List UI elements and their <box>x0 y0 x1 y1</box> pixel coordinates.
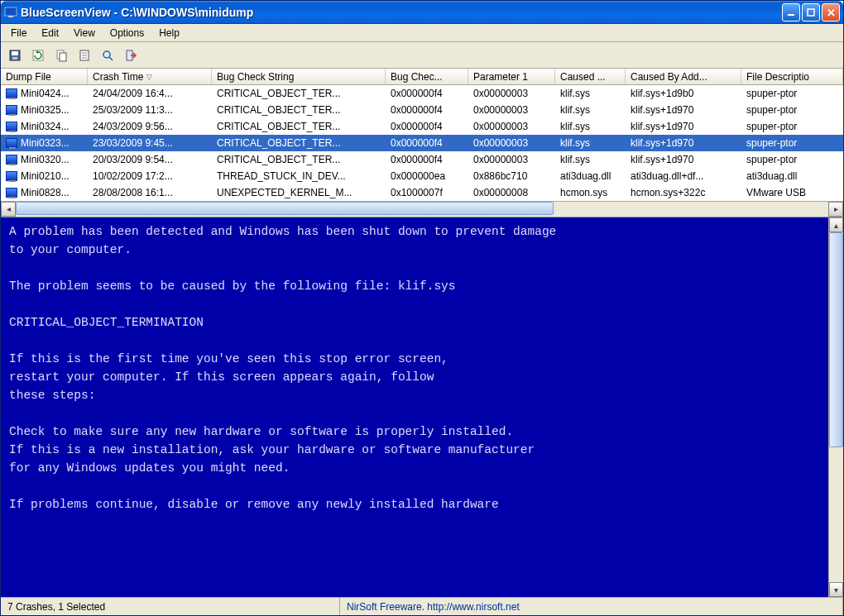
cell-param: 0x886bc710 <box>468 170 555 182</box>
cell-param: 0x00000003 <box>468 137 555 149</box>
col-crash-time[interactable]: Crash Time▽ <box>88 69 212 84</box>
menubar: File Edit View Options Help <box>1 24 843 42</box>
svg-rect-2 <box>788 14 794 16</box>
menu-help[interactable]: Help <box>152 26 186 41</box>
cell-code: 0x000000f4 <box>386 121 468 132</box>
cell-time: 24/03/2009 9:56... <box>88 121 212 132</box>
menu-file[interactable]: File <box>4 26 33 41</box>
window-title: BlueScreenView - C:\WINDOWS\minidump <box>21 6 253 19</box>
table-row[interactable]: Mini0320...20/03/2009 9:54...CRITICAL_OB… <box>1 151 843 168</box>
cell-addr: klif.sys+1d9b0 <box>626 88 741 99</box>
menu-options[interactable]: Options <box>103 26 151 41</box>
cell-dump: Mini0324... <box>1 121 88 132</box>
cell-caused: ati3duag.dll <box>555 170 626 182</box>
status-count: 7 Crashes, 1 Selected <box>1 598 340 615</box>
dump-file-icon <box>6 138 17 148</box>
col-bug-check-string[interactable]: Bug Check String <box>212 69 386 84</box>
cell-code: 0x000000f4 <box>386 88 468 99</box>
app-window: BlueScreenView - C:\WINDOWS\minidump ✕ F… <box>0 0 844 616</box>
cell-caused: klif.sys <box>555 137 626 149</box>
col-caused-by[interactable]: Caused ... <box>555 69 626 84</box>
col-parameter-1[interactable]: Parameter 1 <box>468 69 555 84</box>
table-row[interactable]: Mini0323...23/03/2009 9:45...CRITICAL_OB… <box>1 135 843 151</box>
vscroll-thumb[interactable] <box>829 232 843 447</box>
svg-rect-1 <box>8 16 13 17</box>
cell-addr: klif.sys+1d970 <box>626 121 741 132</box>
cell-desc: ati3duag.dll <box>741 170 843 182</box>
cell-code: 0x000000f4 <box>386 104 468 116</box>
close-button[interactable]: ✕ <box>822 3 840 21</box>
vertical-scrollbar[interactable]: ▴ ▾ <box>828 217 843 597</box>
table-row[interactable]: Mini0324...24/03/2009 9:56...CRITICAL_OB… <box>1 118 843 135</box>
scroll-down-icon[interactable]: ▾ <box>829 582 843 597</box>
table-row[interactable]: Mini0210...10/02/2009 17:2...THREAD_STUC… <box>1 168 843 184</box>
svg-rect-3 <box>808 9 814 16</box>
cell-dump: Mini0325... <box>1 104 88 116</box>
cell-code: 0x000000f4 <box>386 137 468 149</box>
cell-dump: Mini0210... <box>1 170 88 182</box>
col-caused-by-addr[interactable]: Caused By Add... <box>626 69 741 84</box>
col-bug-check-code[interactable]: Bug Chec... <box>386 69 468 84</box>
properties-icon[interactable] <box>75 46 94 64</box>
menu-view[interactable]: View <box>67 26 102 41</box>
copy-icon[interactable] <box>52 46 70 64</box>
cell-dump: Mini0320... <box>1 154 88 165</box>
cell-caused: klif.sys <box>555 104 626 116</box>
cell-code: 0x000000f4 <box>386 154 468 165</box>
cell-param: 0x00000003 <box>468 104 555 116</box>
maximize-button[interactable] <box>802 3 820 21</box>
scroll-left-icon[interactable]: ◂ <box>1 202 16 217</box>
refresh-icon[interactable] <box>29 46 47 64</box>
col-file-description[interactable]: File Descriptio <box>741 69 843 84</box>
toolbar <box>1 42 843 69</box>
cell-desc: spuper-ptor <box>741 137 843 149</box>
cell-caused: hcmon.sys <box>555 187 626 198</box>
table-row[interactable]: Mini0325...25/03/2009 11:3...CRITICAL_OB… <box>1 102 843 118</box>
vscroll-track[interactable] <box>829 232 843 582</box>
cell-desc: spuper-ptor <box>741 88 843 99</box>
cell-time: 23/03/2009 9:45... <box>88 137 212 149</box>
titlebar[interactable]: BlueScreenView - C:\WINDOWS\minidump ✕ <box>1 1 843 24</box>
status-credit: NirSoft Freeware. http://www.nirsoft.net <box>340 598 843 615</box>
details-pane: A problem has been detected and Windows … <box>1 216 843 597</box>
horizontal-scrollbar[interactable]: ◂ ▸ <box>1 201 843 216</box>
dump-file-icon <box>6 105 17 115</box>
col-dump-file[interactable]: Dump File <box>1 69 88 84</box>
scroll-right-icon[interactable]: ▸ <box>828 202 843 217</box>
find-icon[interactable] <box>98 46 117 64</box>
minimize-button[interactable] <box>782 3 800 21</box>
cell-caused: klif.sys <box>555 121 626 132</box>
scroll-track[interactable] <box>16 202 828 217</box>
cell-param: 0x00000003 <box>468 154 555 165</box>
table-row[interactable]: Mini0828...28/08/2008 16:1...UNEXPECTED_… <box>1 184 843 201</box>
cell-addr: hcmon.sys+322c <box>626 187 741 198</box>
exit-icon[interactable] <box>122 46 140 64</box>
cell-addr: klif.sys+1d970 <box>626 137 741 149</box>
cell-dump: Mini0323... <box>1 137 88 149</box>
scroll-thumb[interactable] <box>16 202 554 215</box>
scroll-up-icon[interactable]: ▴ <box>829 217 843 232</box>
column-headers: Dump File Crash Time▽ Bug Check String B… <box>1 69 843 85</box>
cell-bug: CRITICAL_OBJECT_TER... <box>212 121 386 132</box>
save-icon[interactable] <box>6 46 24 64</box>
cell-param: 0x00000008 <box>468 187 555 198</box>
cell-time: 24/04/2009 16:4... <box>88 88 212 99</box>
cell-bug: THREAD_STUCK_IN_DEV... <box>212 170 386 182</box>
svg-rect-0 <box>5 7 17 16</box>
cell-desc: spuper-ptor <box>741 104 843 116</box>
sort-indicator-icon: ▽ <box>146 73 152 81</box>
dump-file-icon <box>6 188 17 198</box>
dump-file-icon <box>6 122 17 131</box>
dump-list[interactable]: Mini0424...24/04/2009 16:4...CRITICAL_OB… <box>1 85 843 201</box>
cell-time: 28/08/2008 16:1... <box>88 187 212 198</box>
menu-edit[interactable]: Edit <box>35 26 65 41</box>
cell-dump: Mini0424... <box>1 88 88 99</box>
table-row[interactable]: Mini0424...24/04/2009 16:4...CRITICAL_OB… <box>1 85 843 102</box>
dump-file-icon <box>6 171 17 181</box>
cell-time: 25/03/2009 11:3... <box>88 104 212 116</box>
cell-time: 10/02/2009 17:2... <box>88 170 212 182</box>
app-icon <box>4 6 17 19</box>
cell-dump: Mini0828... <box>1 187 88 198</box>
cell-time: 20/03/2009 9:54... <box>88 154 212 165</box>
bsod-text[interactable]: A problem has been detected and Windows … <box>1 217 828 597</box>
